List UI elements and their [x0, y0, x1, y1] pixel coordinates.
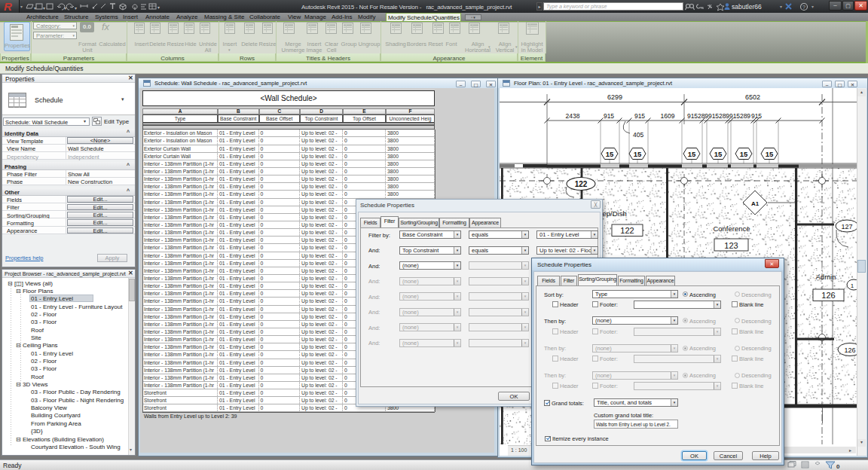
svg-text:▾: ▾ — [811, 5, 814, 9]
svg-text:2438: 2438 — [566, 112, 580, 120]
svg-text:123: 123 — [724, 241, 738, 250]
svg-text:0: 0 — [836, 463, 840, 470]
svg-text:▾: ▾ — [75, 6, 77, 11]
svg-text:126: 126 — [821, 291, 835, 300]
svg-text:122: 122 — [620, 226, 634, 235]
svg-text:▾: ▾ — [64, 6, 66, 11]
svg-text:▾: ▾ — [43, 6, 45, 11]
svg-text:▾: ▾ — [157, 5, 160, 10]
svg-text:Admin: Admin — [816, 273, 836, 281]
svg-text:915: 915 — [687, 112, 698, 120]
svg-text:915: 915 — [604, 112, 614, 120]
svg-text:1609: 1609 — [661, 112, 675, 120]
svg-text:405: 405 — [633, 131, 643, 139]
svg-text:15: 15 — [714, 150, 723, 158]
svg-text:1: 1 — [851, 282, 854, 289]
svg-text:15: 15 — [688, 150, 696, 158]
svg-text:126: 126 — [844, 346, 855, 354]
svg-text:289: 289 — [740, 112, 750, 120]
svg-text:915: 915 — [634, 112, 645, 120]
svg-text:915: 915 — [751, 112, 762, 120]
svg-text:289: 289 — [698, 112, 708, 120]
svg-text:127: 127 — [841, 223, 852, 230]
svg-text:▾: ▾ — [34, 6, 36, 11]
svg-text:6502: 6502 — [745, 93, 760, 101]
svg-text:6299: 6299 — [607, 93, 622, 101]
svg-text:A1: A1 — [751, 200, 760, 207]
svg-text:sabutler66: sabutler66 — [732, 3, 762, 11]
svg-text:?: ? — [802, 5, 805, 10]
svg-text:122: 122 — [575, 180, 588, 188]
svg-text:15: 15 — [634, 150, 642, 158]
svg-text:▾: ▾ — [780, 5, 782, 9]
svg-text:15: 15 — [606, 150, 614, 158]
svg-text:Conference: Conference — [713, 224, 750, 233]
svg-text:915: 915 — [729, 112, 740, 120]
svg-text:15: 15 — [766, 150, 774, 158]
svg-text:289: 289 — [719, 112, 729, 120]
svg-text:915: 915 — [708, 112, 719, 120]
svg-text:15: 15 — [740, 150, 748, 158]
